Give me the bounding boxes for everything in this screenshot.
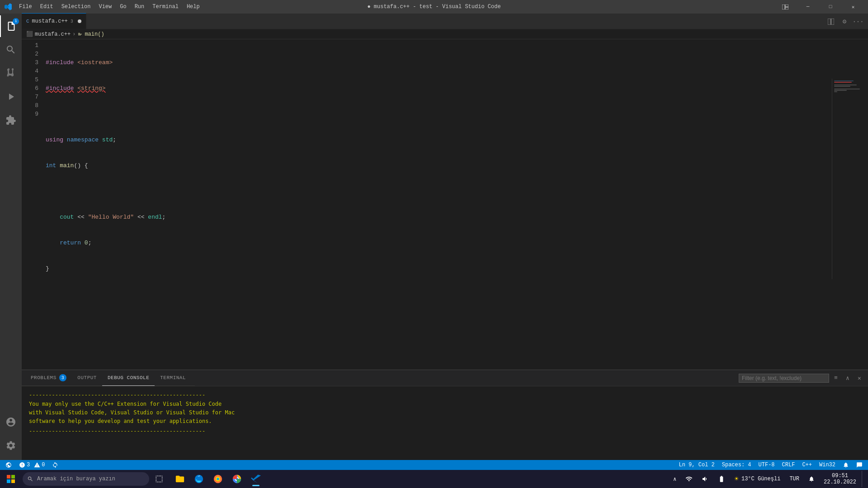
statusbar-feedback[interactable] [854,460,864,470]
tab-mustafa-cpp[interactable]: C mustafa.c++ 3 [22,13,86,29]
activity-bottom-icons [0,411,22,456]
debug-message-line1: You may only use the C/C++ Extension for… [29,400,861,408]
statusbar-spaces[interactable]: Spaces: 4 [720,460,753,470]
statusbar-line-ending[interactable]: CRLF [780,460,797,470]
svg-rect-7 [7,479,10,483]
taskbar-start-button[interactable] [2,471,20,487]
code-line-3 [46,110,868,118]
statusbar-errors[interactable]: 3 0 [17,460,47,470]
minimize-button[interactable]: ─ [797,0,818,14]
taskbar-network[interactable] [682,471,696,487]
panel-list-view-button[interactable]: ≡ [831,373,841,383]
menu-edit[interactable]: Edit [37,3,57,11]
main-container: 1 [0,14,868,460]
svg-rect-0 [782,5,785,9]
taskbar-language[interactable]: TUR [786,471,803,487]
code-line-1: #include <iostream> [46,58,868,67]
taskbar-task-view[interactable] [150,471,168,487]
svg-rect-8 [11,479,15,483]
split-editor-button[interactable] [825,15,837,28]
code-line-8: return 0; [46,239,868,247]
menu-file[interactable]: File [15,3,36,11]
tab-label: mustafa.c++ [32,18,68,24]
taskbar-app-firefox[interactable] [209,471,227,487]
breadcrumb: ⬛ mustafa.c++ › main() [22,29,868,39]
statusbar-left: 3 0 [4,460,60,470]
breadcrumb-filename[interactable]: mustafa.c++ [35,31,71,38]
menu-terminal[interactable]: Terminal [149,3,182,11]
titlebar-controls: ─ □ ✕ [775,0,863,14]
panel-tab-output[interactable]: OUTPUT [72,370,102,386]
titlebar-left: File Edit Selection View Go Run Terminal… [5,3,203,11]
more-actions-button[interactable]: ··· [852,15,864,28]
taskbar-app-explorer[interactable] [171,471,189,487]
svg-rect-6 [11,475,15,479]
statusbar-remote[interactable] [4,460,14,470]
menu-go[interactable]: Go [116,3,130,11]
taskbar-battery[interactable] [714,471,729,487]
close-button[interactable]: ✕ [843,0,863,14]
taskbar-show-hidden[interactable]: ∧ [670,471,680,487]
debug-separator-bottom: ----------------------------------------… [29,428,861,434]
taskbar-app-edge[interactable] [190,471,208,487]
svg-rect-3 [828,19,830,25]
panel-filter-input[interactable] [739,374,829,383]
vscode-icon [5,3,12,10]
menu-view[interactable]: View [95,3,115,11]
statusbar-platform[interactable]: Win32 [817,460,837,470]
menu-help[interactable]: Help [183,3,203,11]
statusbar-sync[interactable] [50,460,60,470]
panel-content: ----------------------------------------… [22,386,868,460]
panel-close-button[interactable]: ✕ [854,373,864,383]
panel-minimize-button[interactable]: ∧ [843,373,853,383]
taskbar-clock[interactable]: 09:51 22.10.2022 [820,471,860,487]
tab-file-icon: C [26,19,29,24]
explorer-badge: 1 [13,18,19,24]
panel-tab-debug-console[interactable]: DEBUG CONSOLE [102,370,155,386]
statusbar-encoding[interactable]: UTF-8 [757,460,777,470]
activity-bar: 1 [0,14,22,460]
taskbar-search-bar[interactable]: Aramak için buraya yazın [23,472,149,486]
taskbar-app-chrome[interactable] [228,471,246,487]
code-line-6 [46,187,868,196]
code-editor[interactable]: 1 2 3 4 5 6 7 8 9 #include <iostream> #i… [22,39,868,370]
taskbar-search-placeholder: Aramak için buraya yazın [37,476,115,482]
problems-badge: 3 [59,374,67,381]
activity-run-debug[interactable] [0,86,22,108]
taskbar-app-vscode[interactable] [247,471,265,487]
code-line-9: } [46,264,868,273]
code-line-2: #include <string> [46,84,868,93]
statusbar-line-col[interactable]: Ln 9, Col 2 [677,460,717,470]
activity-explorer[interactable]: 1 [0,15,22,37]
activity-search[interactable] [0,39,22,61]
settings-button[interactable]: ⚙ [838,15,851,28]
panel-tab-problems[interactable]: PROBLEMS 3 [25,370,72,386]
activity-settings[interactable] [0,435,22,456]
tabs-bar: C mustafa.c++ 3 [22,14,868,29]
taskbar-weather[interactable]: ☀ 13°C Güneşli [731,471,784,487]
svg-rect-4 [831,19,834,25]
warning-count: 0 [42,462,45,468]
taskbar-notifications[interactable] [805,471,818,487]
activity-extensions[interactable] [0,109,22,131]
panel-tabs-row: PROBLEMS 3 OUTPUT DEBUG CONSOLE TERMINAL [22,370,868,386]
maximize-button[interactable]: □ [820,0,841,14]
taskbar-show-desktop[interactable] [862,471,864,487]
code-content[interactable]: #include <iostream> #include <string> us… [42,39,868,370]
taskbar-volume[interactable] [698,471,712,487]
debug-separator-top: ----------------------------------------… [29,392,861,398]
panel-tab-terminal[interactable]: TERMINAL [155,370,191,386]
taskbar-right-area: ∧ ☀ 13°C Güneşli TUR 09:51 22.10.2022 [670,471,866,487]
activity-accounts[interactable] [0,411,22,433]
breadcrumb-symbol[interactable]: main() [85,31,104,38]
menu-run[interactable]: Run [131,3,148,11]
activity-source-control[interactable] [0,62,22,84]
line-numbers: 1 2 3 4 5 6 7 8 9 [22,39,42,370]
breadcrumb-separator: › [72,31,75,38]
titlebar: File Edit Selection View Go Run Terminal… [0,0,868,14]
statusbar-right: Ln 9, Col 2 Spaces: 4 UTF-8 CRLF C++ Win… [677,460,864,470]
layout-icon [775,0,796,14]
statusbar-bell[interactable] [841,460,851,470]
menu-selection[interactable]: Selection [58,3,94,11]
statusbar-language[interactable]: C++ [800,460,814,470]
